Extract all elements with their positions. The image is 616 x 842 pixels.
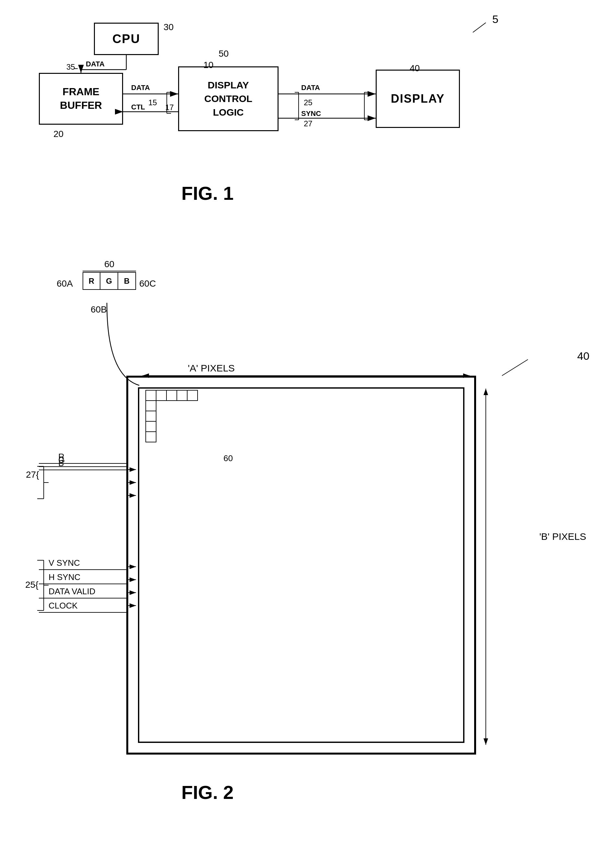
rgb-signal-group: R G B <box>39 463 126 473</box>
display-screen-outer <box>126 376 476 755</box>
svg-line-43 <box>502 359 528 376</box>
diagram-container: 5 CPU 30 FRAMEBUFFER 20 DISPLAYCONTROLLO… <box>0 0 616 842</box>
sync-signal-group: V SYNC H SYNC DATA VALID CLOCK <box>39 557 126 614</box>
dcl-ref2: 50 <box>219 48 229 59</box>
fig2-title: FIG. 2 <box>181 782 233 803</box>
ref-60b: 60B <box>91 304 107 315</box>
fig2-area: 40 60 R G B 60A 60C 60B 'A' PIXELS 'B' P… <box>19 240 603 806</box>
ref-60c: 60C <box>139 279 156 289</box>
svg-text:DATA: DATA <box>131 84 150 92</box>
a-pixels-label: 'A' PIXELS <box>188 363 235 374</box>
b-cell: B <box>118 272 136 290</box>
b-signal: B <box>58 458 64 468</box>
svg-text:27: 27 <box>304 119 312 128</box>
svg-text:DATA: DATA <box>86 60 105 68</box>
svg-text:CTL: CTL <box>131 103 145 111</box>
cpu-label: CPU <box>112 32 140 46</box>
ref-25: 25{ <box>25 580 38 590</box>
fig1-title: FIG. 1 <box>181 182 233 204</box>
svg-text:DATA: DATA <box>301 84 320 92</box>
fb-ref: 20 <box>53 129 63 139</box>
svg-text:SYNC: SYNC <box>301 110 321 117</box>
datavalid-label: DATA VALID <box>48 587 95 597</box>
svg-line-29 <box>473 23 486 32</box>
display-label: DISPLAY <box>391 92 445 106</box>
fig2-display-ref: 40 <box>577 350 590 362</box>
pixel-group: 60 R G B <box>82 259 136 290</box>
cpu-ref: 30 <box>164 22 174 32</box>
b-pixels-label: 'B' PIXELS <box>539 531 586 542</box>
svg-text:35: 35 <box>66 63 75 71</box>
dcl-label: DISPLAYCONTROLLOGIC <box>204 78 252 119</box>
cpu-box: CPU <box>94 23 159 55</box>
hsync-label: H SYNC <box>48 572 80 582</box>
display-ref: 40 <box>410 63 420 73</box>
dcl-ref: 10 <box>203 60 213 70</box>
rgb-cells: R G B <box>82 272 136 290</box>
frame-buffer-label: FRAMEBUFFER <box>60 85 102 112</box>
frame-buffer-box: FRAMEBUFFER <box>39 73 123 125</box>
ref-27: 27{ <box>26 469 39 480</box>
dcl-box: DISPLAYCONTROLLOGIC <box>178 66 279 131</box>
display-screen-inner <box>138 387 465 743</box>
svg-text:15: 15 <box>148 98 157 107</box>
clock-label: CLOCK <box>48 601 78 611</box>
fig1-area: 5 CPU 30 FRAMEBUFFER 20 DISPLAYCONTROLLO… <box>19 10 586 210</box>
ref-5: 5 <box>492 13 499 26</box>
vsync-label: V SYNC <box>48 558 80 568</box>
ref-60a: 60A <box>57 279 73 289</box>
r-cell: R <box>82 272 100 290</box>
pixel-ref-in-screen: 60 <box>223 453 233 464</box>
svg-text:17: 17 <box>165 103 174 112</box>
g-cell: G <box>100 272 118 290</box>
pixel-ref-60: 60 <box>82 259 136 270</box>
svg-text:25: 25 <box>304 98 312 107</box>
display-box: DISPLAY <box>376 70 460 128</box>
